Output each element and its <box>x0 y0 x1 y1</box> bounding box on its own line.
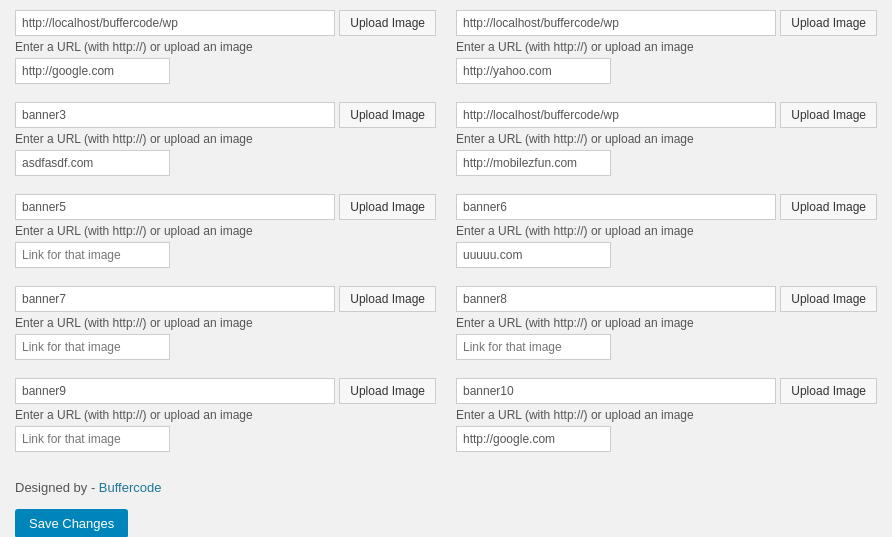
banner-group-banner6: Upload ImageEnter a URL (with http://) o… <box>456 194 877 268</box>
url-input-banner6[interactable] <box>456 194 776 220</box>
upload-button-banner6[interactable]: Upload Image <box>780 194 877 220</box>
banner-group-banner1: Upload ImageEnter a URL (with http://) o… <box>15 10 436 84</box>
upload-row-banner10: Upload Image <box>456 378 877 404</box>
url-input-banner1[interactable] <box>15 10 335 36</box>
link-input-banner8[interactable] <box>456 334 611 360</box>
link-input-banner3[interactable] <box>15 150 170 176</box>
column-2: Upload ImageEnter a URL (with http://) o… <box>456 10 877 470</box>
hint-banner8: Enter a URL (with http://) or upload an … <box>456 316 877 330</box>
link-input-banner5[interactable] <box>15 242 170 268</box>
save-changes-button[interactable]: Save Changes <box>15 509 128 537</box>
upload-row-banner9: Upload Image <box>15 378 436 404</box>
url-input-banner10[interactable] <box>456 378 776 404</box>
footer-link[interactable]: Buffercode <box>99 480 162 495</box>
upload-button-banner3[interactable]: Upload Image <box>339 102 436 128</box>
upload-button-banner4[interactable]: Upload Image <box>780 102 877 128</box>
hint-banner6: Enter a URL (with http://) or upload an … <box>456 224 877 238</box>
link-input-banner2[interactable] <box>456 58 611 84</box>
upload-row-banner6: Upload Image <box>456 194 877 220</box>
banner-group-banner2: Upload ImageEnter a URL (with http://) o… <box>456 10 877 84</box>
hint-banner3: Enter a URL (with http://) or upload an … <box>15 132 436 146</box>
upload-button-banner5[interactable]: Upload Image <box>339 194 436 220</box>
url-input-banner8[interactable] <box>456 286 776 312</box>
url-input-banner3[interactable] <box>15 102 335 128</box>
banner-group-banner7: Upload ImageEnter a URL (with http://) o… <box>15 286 436 360</box>
url-input-banner7[interactable] <box>15 286 335 312</box>
link-input-banner9[interactable] <box>15 426 170 452</box>
link-input-banner7[interactable] <box>15 334 170 360</box>
upload-row-banner4: Upload Image <box>456 102 877 128</box>
footer-text: Designed by - <box>15 480 99 495</box>
upload-button-banner2[interactable]: Upload Image <box>780 10 877 36</box>
link-input-banner6[interactable] <box>456 242 611 268</box>
upload-button-banner7[interactable]: Upload Image <box>339 286 436 312</box>
banner-group-banner3: Upload ImageEnter a URL (with http://) o… <box>15 102 436 176</box>
link-input-banner4[interactable] <box>456 150 611 176</box>
upload-row-banner2: Upload Image <box>456 10 877 36</box>
upload-button-banner1[interactable]: Upload Image <box>339 10 436 36</box>
link-input-banner10[interactable] <box>456 426 611 452</box>
banner-group-banner8: Upload ImageEnter a URL (with http://) o… <box>456 286 877 360</box>
upload-button-banner9[interactable]: Upload Image <box>339 378 436 404</box>
banner-group-banner9: Upload ImageEnter a URL (with http://) o… <box>15 378 436 452</box>
url-input-banner4[interactable] <box>456 102 776 128</box>
url-input-banner2[interactable] <box>456 10 776 36</box>
url-input-banner5[interactable] <box>15 194 335 220</box>
url-input-banner9[interactable] <box>15 378 335 404</box>
banner-group-banner4: Upload ImageEnter a URL (with http://) o… <box>456 102 877 176</box>
column-1: Upload ImageEnter a URL (with http://) o… <box>15 10 436 470</box>
upload-row-banner5: Upload Image <box>15 194 436 220</box>
upload-row-banner1: Upload Image <box>15 10 436 36</box>
banner-group-banner5: Upload ImageEnter a URL (with http://) o… <box>15 194 436 268</box>
upload-row-banner8: Upload Image <box>456 286 877 312</box>
banner-group-banner10: Upload ImageEnter a URL (with http://) o… <box>456 378 877 452</box>
hint-banner10: Enter a URL (with http://) or upload an … <box>456 408 877 422</box>
hint-banner5: Enter a URL (with http://) or upload an … <box>15 224 436 238</box>
hint-banner4: Enter a URL (with http://) or upload an … <box>456 132 877 146</box>
upload-button-banner10[interactable]: Upload Image <box>780 378 877 404</box>
upload-row-banner7: Upload Image <box>15 286 436 312</box>
upload-button-banner8[interactable]: Upload Image <box>780 286 877 312</box>
link-input-banner1[interactable] <box>15 58 170 84</box>
hint-banner9: Enter a URL (with http://) or upload an … <box>15 408 436 422</box>
hint-banner2: Enter a URL (with http://) or upload an … <box>456 40 877 54</box>
footer: Designed by - Buffercode <box>15 480 877 495</box>
hint-banner1: Enter a URL (with http://) or upload an … <box>15 40 436 54</box>
main-container: Upload ImageEnter a URL (with http://) o… <box>15 10 877 470</box>
upload-row-banner3: Upload Image <box>15 102 436 128</box>
hint-banner7: Enter a URL (with http://) or upload an … <box>15 316 436 330</box>
